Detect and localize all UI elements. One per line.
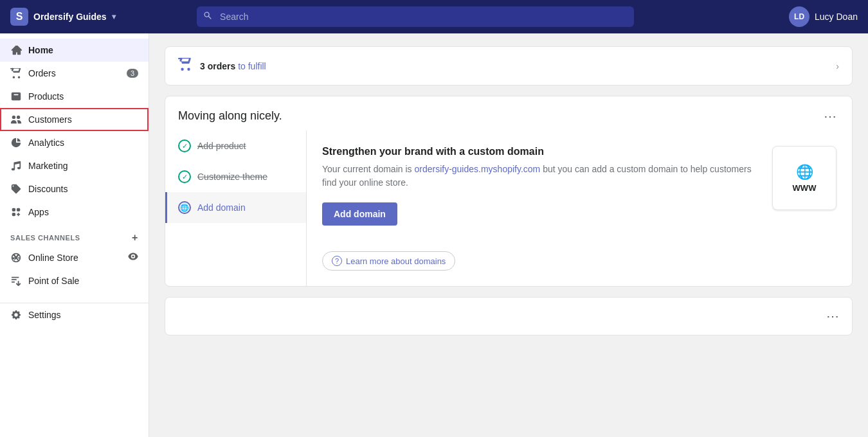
sidebar-item-orders[interactable]: Orders 3: [0, 62, 149, 85]
analytics-icon: [10, 137, 22, 148]
settings-icon: [10, 309, 22, 321]
topbar: S Ordersify Guides ▾ LD Lucy Doan: [0, 0, 868, 33]
domain-title: Strengthen your brand with a custom doma…: [322, 146, 759, 157]
sidebar-analytics-label: Analytics: [28, 138, 64, 148]
partial-card-more-button[interactable]: ⋯: [826, 308, 839, 324]
step-globe-icon: 🌐: [178, 201, 191, 214]
step-customize-theme[interactable]: ✓ Customize theme: [165, 161, 306, 192]
add-sales-channel-button[interactable]: +: [132, 233, 138, 243]
avatar: LD: [789, 6, 809, 27]
sidebar-customers-label: Customers: [28, 114, 72, 125]
step-add-domain[interactable]: 🌐 Add domain: [165, 192, 306, 223]
add-domain-button[interactable]: Add domain: [322, 202, 397, 226]
sales-channels-label: SALES CHANNELS: [10, 234, 80, 242]
products-icon: [10, 91, 22, 102]
step-customize-theme-label: Customize theme: [197, 172, 267, 182]
sidebar-item-apps[interactable]: Apps: [0, 201, 149, 224]
online-store-icon: [10, 252, 22, 263]
orders-badge: 3: [127, 69, 138, 78]
sidebar-home-label: Home: [28, 45, 53, 55]
moving-card-header: Moving along nicely. ⋯: [165, 96, 852, 123]
search-icon: [203, 11, 212, 22]
sidebar-pos-label: Point of Sale: [28, 276, 79, 286]
sidebar-discounts-label: Discounts: [28, 184, 68, 194]
sidebar-settings-label: Settings: [28, 310, 61, 320]
brand-chevron: ▾: [112, 12, 116, 21]
orders-bar-text: 3 orders to fulfill: [200, 61, 266, 71]
main-content: 3 orders to fulfill › Moving along nicel…: [149, 33, 868, 437]
sales-channels-section: SALES CHANNELS +: [0, 224, 149, 245]
step-add-product-label: Add product: [197, 141, 246, 151]
step-add-product[interactable]: ✓ Add product: [165, 130, 306, 161]
question-icon: ?: [332, 256, 342, 266]
orders-chevron-icon: ›: [836, 61, 839, 71]
learn-more-domains-link[interactable]: ? Learn more about domains: [322, 251, 455, 271]
username: Lucy Doan: [815, 12, 858, 22]
point-of-sale-icon: [10, 275, 22, 287]
sidebar-marketing-label: Marketing: [28, 161, 68, 171]
sidebar-item-home[interactable]: Home: [0, 39, 149, 62]
step-check-icon-2: ✓: [178, 170, 191, 183]
sidebar-item-analytics[interactable]: Analytics: [0, 131, 149, 154]
customers-icon: [10, 114, 22, 125]
brand-logo[interactable]: S Ordersify Guides ▾: [10, 8, 116, 26]
moving-card-more-button[interactable]: ⋯: [821, 110, 839, 123]
step-check-icon: ✓: [178, 139, 191, 152]
moving-along-card: Moving along nicely. ⋯ ✓ Add product ✓ C…: [165, 96, 853, 287]
home-icon: [10, 44, 22, 56]
step-add-domain-label: Add domain: [197, 202, 246, 213]
marketing-icon: [10, 160, 22, 172]
domain-info: Strengthen your brand with a custom doma…: [322, 146, 759, 271]
shopify-icon: S: [10, 8, 28, 26]
sidebar-item-products[interactable]: Products: [0, 85, 149, 108]
orders-fulfill-card[interactable]: 3 orders to fulfill ›: [165, 46, 853, 85]
domain-panel: Strengthen your brand with a custom doma…: [307, 130, 852, 286]
www-globe-icon: 🌐: [796, 164, 813, 181]
sidebar-item-customers[interactable]: Customers: [0, 108, 149, 131]
brand-name: Ordersify Guides: [33, 12, 107, 22]
moving-card-body: ✓ Add product ✓ Customize theme 🌐 Add do…: [165, 130, 852, 286]
current-domain-link[interactable]: ordersify-guides.myshopify.com: [414, 164, 540, 174]
bottom-partial-card: ⋯: [165, 297, 853, 335]
orders-icon: [10, 67, 22, 79]
sidebar-item-discounts[interactable]: Discounts: [0, 177, 149, 201]
search-input[interactable]: [197, 6, 634, 27]
sidebar-products-label: Products: [28, 91, 64, 102]
steps-list: ✓ Add product ✓ Customize theme 🌐 Add do…: [165, 130, 307, 286]
sidebar-item-settings[interactable]: Settings: [0, 303, 149, 326]
domain-description: Your current domain is ordersify-guides.…: [322, 163, 759, 190]
sidebar: Home Orders 3 Products Customers A: [0, 33, 149, 437]
discounts-icon: [10, 183, 22, 195]
search-bar: [197, 6, 634, 27]
sidebar-item-marketing[interactable]: Marketing: [0, 154, 149, 177]
sidebar-item-online-store[interactable]: Online Store: [0, 245, 149, 269]
sidebar-orders-label: Orders: [28, 68, 56, 78]
sidebar-online-store-label: Online Store: [28, 253, 78, 263]
eye-icon[interactable]: [128, 251, 138, 263]
www-label: WWW: [793, 183, 817, 193]
apps-icon: [10, 206, 22, 218]
sidebar-apps-label: Apps: [28, 207, 49, 217]
sidebar-item-point-of-sale[interactable]: Point of Sale: [0, 269, 149, 292]
orders-bar[interactable]: 3 orders to fulfill ›: [165, 47, 852, 85]
moving-card-title: Moving along nicely.: [178, 109, 282, 123]
www-box: 🌐 WWW: [772, 146, 836, 210]
orders-fulfill-icon: [178, 57, 192, 75]
